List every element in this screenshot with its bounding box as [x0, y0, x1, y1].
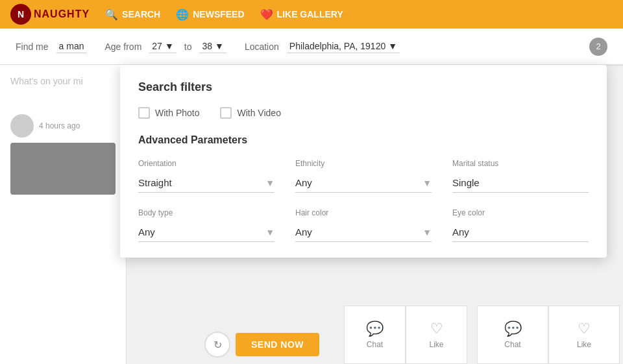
chat-like-group-2: 💬 Chat ♡ Like [477, 306, 620, 364]
orientation-filter: Orientation Straight ▼ [138, 159, 275, 193]
like-icon-1: ♡ [430, 321, 443, 337]
nav-newsfeed[interactable]: 🌐 NEWSFEED [176, 8, 244, 21]
age-from-select[interactable]: 27 ▼ [149, 40, 176, 53]
find-me-value[interactable]: a man [56, 40, 87, 53]
logo-text: NAUGHTY [34, 8, 90, 20]
with-photo-checkbox[interactable] [138, 107, 150, 119]
body-type-label: Body type [138, 208, 275, 217]
location-value: Philadelphia, PA, 19120 [289, 41, 385, 51]
location-label: Location [245, 42, 279, 52]
with-video-checkbox[interactable] [220, 107, 232, 119]
age-to-label: to [184, 42, 192, 52]
chat-icon-2: 💬 [504, 321, 522, 337]
ethnicity-arrow: ▼ [422, 178, 432, 188]
with-video-option[interactable]: With Video [220, 107, 280, 119]
age-to-arrow: ▼ [215, 41, 224, 51]
main-content: What's on your mi 4 hours ago Search fil… [0, 65, 623, 364]
with-video-label: With Video [237, 108, 280, 118]
nav-newsfeed-label: NEWSFEED [193, 9, 244, 19]
ethnicity-select[interactable]: Any ▼ [295, 173, 432, 193]
find-me-label: Find me [16, 42, 49, 52]
hair-color-arrow: ▼ [422, 227, 432, 237]
eye-color-select[interactable]: Any [452, 223, 589, 242]
nav-like-gallery[interactable]: ❤️ LIKE GALLERY [260, 8, 343, 21]
marital-status-value: Single [452, 177, 480, 188]
logo-letter: N [18, 9, 24, 19]
nav-search-label: SEARCH [122, 9, 160, 19]
logo: N NAUGHTY [10, 4, 90, 25]
left-panel: What's on your mi 4 hours ago [0, 65, 127, 364]
hair-color-label: Hair color [295, 208, 432, 217]
ethnicity-label: Ethnicity [295, 159, 432, 168]
chat-like-group-1: 💬 Chat ♡ Like [344, 306, 467, 364]
avatar [10, 114, 34, 138]
age-from-label: Age from [105, 42, 142, 52]
chat-card-1[interactable]: 💬 Chat [344, 306, 406, 364]
page-count: 2 [589, 38, 607, 56]
like-card-1[interactable]: ♡ Like [406, 306, 467, 364]
search-filters-panel: Search filters With Photo With Video Adv… [120, 65, 607, 258]
ethnicity-value: Any [295, 177, 312, 188]
orientation-arrow: ▼ [265, 178, 275, 188]
advanced-title: Advanced Parameters [138, 134, 589, 146]
send-now-button[interactable]: SEND NOW [236, 333, 319, 356]
send-area: ↻ SEND NOW [204, 325, 319, 364]
with-photo-option[interactable]: With Photo [138, 107, 199, 119]
eye-color-value: Any [452, 226, 469, 237]
chat-label-2: Chat [504, 340, 520, 349]
panel-title: Search filters [138, 80, 589, 94]
filter-grid: Orientation Straight ▼ Ethnicity Any ▼ M… [138, 159, 589, 242]
body-type-value: Any [138, 226, 155, 237]
logo-icon: N [10, 4, 31, 25]
like-card-2[interactable]: ♡ Like [548, 306, 620, 364]
nav-like-gallery-label: LIKE GALLERY [277, 9, 343, 19]
what-on-your-mind-text: What's on your mi [10, 75, 116, 88]
like-icon-2: ♡ [578, 321, 591, 337]
nav-search[interactable]: 🔍 SEARCH [105, 8, 160, 21]
body-type-arrow: ▼ [265, 227, 275, 237]
refresh-icon: ↻ [214, 339, 222, 351]
post-image [10, 143, 116, 195]
hair-color-value: Any [295, 226, 312, 237]
like-label-2: Like [577, 340, 591, 349]
hair-color-select[interactable]: Any ▼ [295, 223, 432, 242]
age-to-value: 38 [202, 41, 212, 51]
chat-icon-1: 💬 [366, 321, 384, 337]
header: N NAUGHTY 🔍 SEARCH 🌐 NEWSFEED ❤️ LIKE GA… [0, 0, 623, 29]
like-label-1: Like [429, 340, 443, 349]
globe-icon: 🌐 [176, 8, 189, 21]
orientation-value: Straight [138, 177, 172, 188]
refresh-button[interactable]: ↻ [204, 332, 230, 358]
hair-color-filter: Hair color Any ▼ [295, 208, 432, 242]
search-icon: 🔍 [105, 8, 118, 21]
search-bar: Find me a man Age from 27 ▼ to 38 ▼ Loca… [0, 29, 623, 65]
chat-label-1: Chat [367, 340, 383, 349]
chat-card-2[interactable]: 💬 Chat [477, 306, 548, 364]
age-to-select[interactable]: 38 ▼ [199, 40, 226, 53]
age-from-value: 27 [152, 41, 162, 51]
age-from-arrow: ▼ [165, 41, 174, 51]
checkbox-row: With Photo With Video [138, 107, 589, 119]
ethnicity-filter: Ethnicity Any ▼ [295, 159, 432, 193]
location-select[interactable]: Philadelphia, PA, 19120 ▼ [287, 40, 400, 53]
heart-nav-icon: ❤️ [260, 8, 273, 21]
user-entry: 4 hours ago [10, 114, 116, 138]
with-photo-label: With Photo [155, 108, 199, 118]
orientation-label: Orientation [138, 159, 275, 168]
orientation-select[interactable]: Straight ▼ [138, 173, 275, 193]
body-type-select[interactable]: Any ▼ [138, 223, 275, 242]
marital-status-select[interactable]: Single [452, 173, 589, 193]
user-time: 4 hours ago [39, 121, 80, 130]
marital-status-filter: Marital status Single [452, 159, 589, 193]
marital-status-label: Marital status [452, 159, 589, 168]
body-type-filter: Body type Any ▼ [138, 208, 275, 242]
location-arrow: ▼ [388, 41, 397, 51]
eye-color-label: Eye color [452, 208, 589, 217]
eye-color-filter: Eye color Any [452, 208, 589, 242]
